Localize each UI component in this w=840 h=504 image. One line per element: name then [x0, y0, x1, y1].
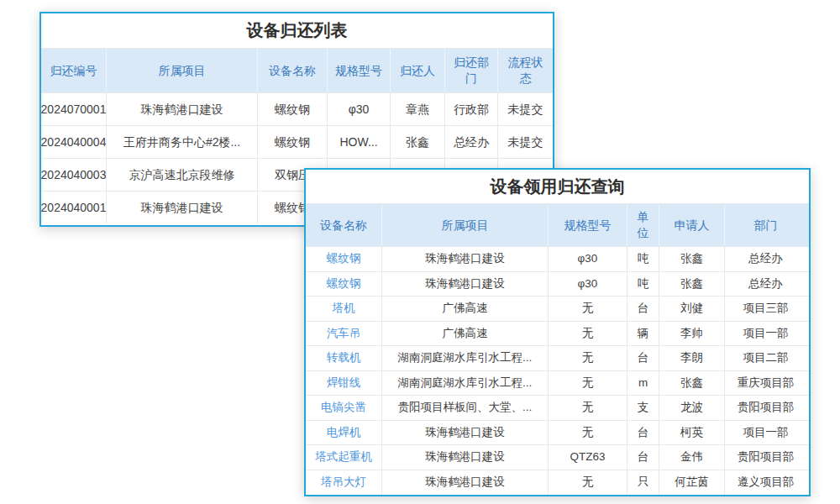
- table-cell: 重庆项目部: [725, 371, 806, 396]
- table-cell: HOW...: [328, 126, 391, 158]
- table-cell: 台: [627, 346, 659, 370]
- column-header: 设备名称: [306, 204, 382, 246]
- table-cell: 刘健: [659, 297, 725, 321]
- column-header: 流程状态: [498, 49, 553, 92]
- table-cell: 珠海鹤港口建设: [382, 421, 549, 445]
- column-header: 申请人: [659, 204, 725, 246]
- table-cell: 台: [627, 297, 659, 321]
- table-header-row: 归还编号所属项目设备名称规格型号归还人归还部门流程状态: [41, 49, 553, 92]
- table-row: 塔机广佛高速无台刘健项目三部: [306, 296, 809, 321]
- table-cell: 金伟: [659, 445, 725, 470]
- table-row: 2024070001珠海鹤港口建设螺纹钢φ30章燕行政部未提交: [41, 92, 553, 125]
- table-cell: 2024040001: [41, 192, 107, 223]
- table-cell: φ30: [549, 272, 627, 297]
- table-cell: 台: [627, 445, 659, 470]
- table-row: 焊钳线湖南洞庭湖水库引水工程...无m张鑫重庆项目部: [306, 370, 809, 396]
- table-cell: 广佛高速: [382, 322, 549, 346]
- table-cell: 总经办: [725, 247, 806, 271]
- equipment-name-link[interactable]: 塔式起重机: [306, 445, 382, 470]
- table-cell: 张鑫: [391, 126, 445, 158]
- table-cell: 珠海鹤港口建设: [382, 272, 549, 297]
- equipment-name-link[interactable]: 电镐尖凿: [306, 396, 382, 420]
- column-header: 归还编号: [41, 49, 107, 92]
- table-row: 电焊机珠海鹤港口建设无台柯英项目一部: [306, 420, 809, 445]
- table-cell: 张鑫: [659, 247, 725, 271]
- table-cell: 总经办: [725, 272, 806, 297]
- table-cell: φ30: [328, 93, 391, 125]
- table-cell: 湖南洞庭湖水库引水工程...: [382, 371, 549, 396]
- table-cell: 章燕: [391, 93, 445, 125]
- table-cell: 王府井商务中心#2楼...: [107, 126, 258, 158]
- table-cell: 2024040004: [41, 126, 107, 158]
- table-cell: 京沪高速北京段维修: [107, 159, 258, 191]
- table-row: 转载机湖南洞庭湖水库引水工程...无台李朗项目二部: [306, 345, 809, 370]
- table-cell: 李帅: [659, 322, 725, 346]
- table-cell: 项目一部: [725, 421, 806, 445]
- table-cell: 广佛高速: [382, 297, 549, 321]
- table-cell: 2024040003: [41, 159, 107, 191]
- table-cell: 珠海鹤港口建设: [107, 93, 258, 125]
- table-cell: 项目三部: [725, 297, 806, 321]
- table-cell: 行政部: [445, 93, 498, 125]
- table-cell: 无: [549, 346, 627, 370]
- table-cell: 张鑫: [659, 272, 725, 297]
- table-cell: 总经办: [445, 126, 498, 158]
- table-cell: 何芷茵: [659, 470, 725, 495]
- table-cell: 项目二部: [725, 346, 806, 370]
- table-cell: 支: [627, 396, 659, 420]
- equipment-name-link[interactable]: 塔吊大灯: [306, 470, 382, 495]
- column-header: 设备名称: [258, 49, 328, 92]
- column-header: 所属项目: [382, 204, 549, 246]
- table-cell: 未提交: [498, 93, 553, 125]
- equipment-name-link[interactable]: 螺纹钢: [306, 247, 382, 271]
- table-cell: 贵阳项目部: [725, 396, 806, 420]
- table-cell: 辆: [627, 322, 659, 346]
- equipment-name-link[interactable]: 螺纹钢: [306, 272, 382, 297]
- table-row: 塔吊大灯珠海鹤港口建设无只何芷茵遵义项目部: [306, 470, 809, 495]
- table-cell: 遵义项目部: [725, 470, 806, 495]
- column-header: 部门: [725, 204, 806, 246]
- equipment-name-link[interactable]: 汽车吊: [306, 322, 382, 346]
- table-row: 汽车吊广佛高速无辆李帅项目一部: [306, 321, 809, 346]
- column-header: 归还部门: [445, 49, 498, 92]
- table-cell: 无: [549, 371, 627, 396]
- table-cell: 螺纹钢: [258, 93, 328, 125]
- table-cell: 珠海鹤港口建设: [382, 445, 549, 470]
- table-cell: 珠海鹤港口建设: [382, 247, 549, 271]
- table-row: 电镐尖凿贵阳项目样板间、大堂、...无支龙波贵阳项目部: [306, 395, 809, 420]
- table-cell: 柯英: [659, 421, 725, 445]
- table-cell: 只: [627, 470, 659, 495]
- table-cell: m: [627, 371, 659, 396]
- equipment-name-link[interactable]: 转载机: [306, 346, 382, 370]
- equipment-checkout-return-query-panel: 设备领用归还查询 设备名称所属项目规格型号单位申请人部门螺纹钢珠海鹤港口建设φ3…: [304, 168, 811, 496]
- table-cell: 台: [627, 421, 659, 445]
- table-row: 2024040004王府井商务中心#2楼...螺纹钢HOW...张鑫总经办未提交: [41, 125, 553, 158]
- table-cell: 未提交: [498, 126, 553, 158]
- table-row: 塔式起重机珠海鹤港口建设QTZ63台金伟贵阳项目部: [306, 444, 809, 470]
- column-header: 单位: [627, 204, 659, 246]
- table-cell: 吨: [627, 272, 659, 297]
- table-cell: 张鑫: [659, 371, 725, 396]
- table-cell: 珠海鹤港口建设: [382, 470, 549, 495]
- table-cell: QTZ63: [549, 445, 627, 470]
- table-cell: 无: [549, 421, 627, 445]
- table-cell: 无: [549, 470, 627, 495]
- column-header: 规格型号: [549, 204, 627, 246]
- equipment-query-table: 设备名称所属项目规格型号单位申请人部门螺纹钢珠海鹤港口建设φ30吨张鑫总经办螺纹…: [306, 204, 809, 494]
- table-cell: 无: [549, 396, 627, 420]
- equipment-name-link[interactable]: 电焊机: [306, 421, 382, 445]
- table-row: 螺纹钢珠海鹤港口建设φ30吨张鑫总经办: [306, 246, 809, 271]
- column-header: 所属项目: [107, 49, 258, 92]
- table-cell: 螺纹钢: [258, 126, 328, 158]
- equipment-name-link[interactable]: 焊钳线: [306, 371, 382, 396]
- table-cell: 湖南洞庭湖水库引水工程...: [382, 346, 549, 370]
- panel-title: 设备归还列表: [41, 13, 553, 49]
- column-header: 规格型号: [328, 49, 391, 92]
- table-cell: 龙波: [659, 396, 725, 420]
- table-cell: 珠海鹤港口建设: [107, 192, 258, 223]
- table-cell: 李朗: [659, 346, 725, 370]
- column-header: 归还人: [391, 49, 445, 92]
- equipment-name-link[interactable]: 塔机: [306, 297, 382, 321]
- panel-title: 设备领用归还查询: [306, 170, 809, 204]
- table-header-row: 设备名称所属项目规格型号单位申请人部门: [306, 204, 809, 246]
